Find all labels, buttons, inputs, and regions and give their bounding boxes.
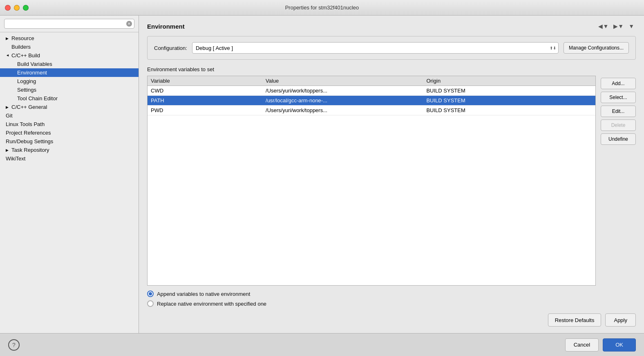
content-area: Environment ◀▼ ▶▼ ▼ Configuration: Debug… bbox=[139, 16, 644, 333]
sidebar-item-label: WikiText bbox=[6, 155, 25, 162]
cell-value: /Users/yuri/work/toppers... bbox=[262, 106, 423, 115]
sidebar-item-c-cpp-general[interactable]: ▶ C/C++ General bbox=[0, 103, 139, 111]
radio-replace[interactable] bbox=[147, 300, 154, 307]
sidebar-item-label: Project References bbox=[6, 130, 51, 136]
env-table-wrap: Variable Value Origin CWD /Users/yuri/wo… bbox=[147, 76, 596, 286]
sidebar-item-run-debug-settings[interactable]: Run/Debug Settings bbox=[0, 137, 139, 146]
expand-arrow-task-repository: ▶ bbox=[6, 148, 10, 152]
expand-arrow-resource: ▶ bbox=[6, 36, 10, 41]
nav-arrows: ◀▼ ▶▼ ▼ bbox=[597, 22, 636, 30]
delete-button[interactable]: Delete bbox=[601, 119, 636, 131]
help-button[interactable]: ? bbox=[8, 339, 20, 351]
configuration-label: Configuration: bbox=[154, 45, 187, 51]
col-header-value: Value bbox=[262, 76, 423, 86]
cancel-button[interactable]: Cancel bbox=[565, 338, 599, 351]
sidebar-item-builders[interactable]: Builders bbox=[0, 43, 139, 51]
sidebar-item-environment[interactable]: Environment bbox=[0, 68, 139, 77]
add-button[interactable]: Add... bbox=[601, 78, 636, 89]
sidebar-item-c-cpp-build[interactable]: ▼ C/C++ Build bbox=[0, 51, 139, 60]
apply-button[interactable]: Apply bbox=[605, 313, 636, 327]
window-controls bbox=[5, 5, 29, 11]
sidebar-item-logging[interactable]: Logging bbox=[0, 77, 139, 86]
title-bar: Properties for stm32f401nucleo bbox=[0, 0, 644, 16]
restore-defaults-button[interactable]: Restore Defaults bbox=[548, 313, 602, 327]
cell-variable: CWD bbox=[148, 86, 262, 96]
table-row[interactable]: CWD /Users/yuri/work/toppers... BUILD SY… bbox=[148, 86, 595, 96]
sidebar-item-build-variables[interactable]: Build Variables bbox=[0, 60, 139, 68]
sidebar-item-label: Linux Tools Path bbox=[6, 121, 45, 127]
edit-button[interactable]: Edit... bbox=[601, 106, 636, 117]
search-box-wrap: ✕ bbox=[0, 16, 139, 32]
sidebar-item-wikitext[interactable]: WikiText bbox=[0, 154, 139, 163]
sidebar-item-label: Environment bbox=[17, 70, 47, 76]
env-variables-label: Environment variables to set bbox=[147, 66, 596, 72]
select-button[interactable]: Select... bbox=[601, 92, 636, 103]
main-area: ✕ ▶ Resource Builders ▼ C/C++ Build Buil… bbox=[0, 16, 644, 333]
minimize-button[interactable] bbox=[14, 5, 20, 11]
search-input[interactable] bbox=[4, 19, 134, 29]
expand-arrow-c-cpp-build: ▼ bbox=[6, 54, 10, 58]
bottom-left: ? bbox=[8, 339, 20, 351]
radio-append[interactable] bbox=[147, 291, 154, 297]
nav-back-button[interactable]: ◀▼ bbox=[597, 22, 610, 30]
sidebar-item-project-references[interactable]: Project References bbox=[0, 128, 139, 137]
sidebar: ✕ ▶ Resource Builders ▼ C/C++ Build Buil… bbox=[0, 16, 139, 333]
configuration-select[interactable]: Debug [ Active ] bbox=[192, 42, 559, 54]
cell-origin: BUILD SYSTEM bbox=[423, 106, 515, 115]
cell-variable: PATH bbox=[148, 96, 262, 106]
table-row[interactable]: PATH /usr/local/gcc-arm-none-... BUILD S… bbox=[148, 96, 595, 106]
col-header-variable: Variable bbox=[148, 76, 262, 86]
sidebar-item-label: Git bbox=[6, 113, 13, 119]
search-wrap: ✕ bbox=[4, 19, 134, 29]
ok-button[interactable]: OK bbox=[603, 338, 636, 351]
sidebar-item-task-repository[interactable]: ▶ Task Repository bbox=[0, 146, 139, 154]
table-row[interactable]: PWD /Users/yuri/work/toppers... BUILD SY… bbox=[148, 106, 595, 115]
radio-append-label: Append variables to native environment bbox=[157, 291, 250, 297]
sidebar-item-tool-chain-editor[interactable]: Tool Chain Editor bbox=[0, 94, 139, 103]
maximize-button[interactable] bbox=[23, 5, 29, 11]
cell-variable: PWD bbox=[148, 106, 262, 115]
close-button[interactable] bbox=[5, 5, 11, 11]
sidebar-item-settings[interactable]: Settings bbox=[0, 86, 139, 94]
cell-origin: BUILD SYSTEM bbox=[423, 96, 515, 106]
bottom-bar: ? Cancel OK bbox=[0, 333, 644, 356]
cell-extra bbox=[515, 96, 595, 106]
sidebar-item-label: Task Repository bbox=[11, 147, 49, 153]
sidebar-item-resource[interactable]: ▶ Resource bbox=[0, 34, 139, 43]
cell-extra bbox=[515, 106, 595, 115]
help-icon-label: ? bbox=[12, 342, 16, 348]
env-left: Environment variables to set Variable Va… bbox=[147, 66, 596, 307]
sidebar-item-git[interactable]: Git bbox=[0, 111, 139, 120]
sidebar-item-label: Build Variables bbox=[17, 61, 52, 67]
sidebar-tree: ▶ Resource Builders ▼ C/C++ Build Build … bbox=[0, 32, 139, 333]
cell-value: /usr/local/gcc-arm-none-... bbox=[262, 96, 423, 106]
configuration-row: Configuration: Debug [ Active ] ⬆⬇ Manag… bbox=[147, 36, 636, 60]
sidebar-item-label: Tool Chain Editor bbox=[17, 95, 58, 101]
page-title: Environment bbox=[147, 23, 185, 30]
col-header-extra bbox=[515, 76, 595, 86]
sidebar-item-label: Builders bbox=[11, 44, 31, 50]
cell-value: /Users/yuri/work/toppers... bbox=[262, 86, 423, 96]
nav-forward-button[interactable]: ▶▼ bbox=[612, 22, 625, 30]
radio-row-append: Append variables to native environment bbox=[147, 291, 596, 297]
radio-dot bbox=[149, 292, 152, 295]
search-clear-button[interactable]: ✕ bbox=[126, 21, 132, 27]
undefine-button[interactable]: Undefine bbox=[601, 133, 636, 145]
manage-configurations-button[interactable]: Manage Configurations... bbox=[564, 42, 629, 54]
bottom-right: Cancel OK bbox=[565, 338, 636, 351]
env-table: Variable Value Origin CWD /Users/yuri/wo… bbox=[148, 76, 595, 115]
sidebar-item-label: C/C++ General bbox=[11, 104, 47, 110]
sidebar-item-label: Run/Debug Settings bbox=[6, 138, 53, 144]
nav-dropdown-button[interactable]: ▼ bbox=[627, 22, 636, 30]
radio-section: Append variables to native environment R… bbox=[147, 291, 596, 307]
sidebar-item-label: Settings bbox=[17, 87, 36, 93]
radio-row-replace: Replace native environment with specifie… bbox=[147, 300, 596, 307]
cell-origin: BUILD SYSTEM bbox=[423, 86, 515, 96]
sidebar-item-label: C/C++ Build bbox=[11, 52, 40, 59]
expand-arrow-c-cpp-general: ▶ bbox=[6, 105, 10, 109]
window-title: Properties for stm32f401nucleo bbox=[285, 5, 359, 11]
sidebar-item-label: Logging bbox=[17, 78, 36, 84]
sidebar-item-linux-tools-path[interactable]: Linux Tools Path bbox=[0, 120, 139, 128]
env-section: Environment variables to set Variable Va… bbox=[147, 66, 636, 307]
env-action-buttons: Add... Select... Edit... Delete Undefine bbox=[601, 66, 636, 307]
